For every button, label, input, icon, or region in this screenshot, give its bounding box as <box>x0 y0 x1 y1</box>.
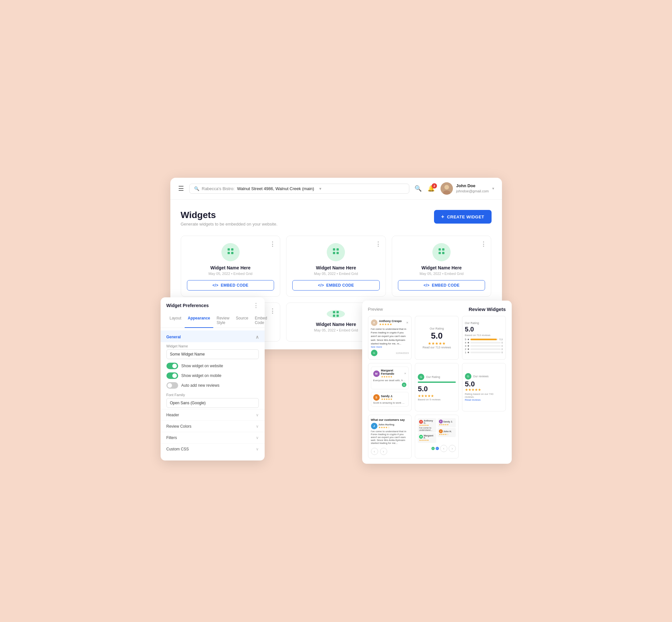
page-title: Widgets <box>181 210 278 220</box>
accordion-custom-css[interactable]: Custom CSS ∨ <box>161 443 265 455</box>
reviewer-close-1: ✕ <box>406 321 409 324</box>
create-widget-button[interactable]: + CREATE WIDGET <box>434 210 491 223</box>
tab-appearance[interactable]: Appearance <box>184 314 213 328</box>
user-chevron-icon: ▾ <box>492 186 494 191</box>
rw-card-our-reviews-circle: G Our reviews 5.0 ★★★★★ Rating based on … <box>462 363 506 411</box>
accordion-filters-chevron: ∨ <box>256 436 259 440</box>
widget-card-menu-1[interactable]: ⋮ <box>270 240 275 248</box>
user-email: johndoe@gmail.com <box>456 189 489 193</box>
customers-say-prev-btn[interactable]: ‹ <box>371 448 378 455</box>
biz-name: Rabecca's Bistro: <box>202 186 235 191</box>
location-chevron-icon[interactable]: ▾ <box>319 186 322 191</box>
multi-review-item-2: MMargaret F. ★★★★★ <box>418 433 436 443</box>
widget-name-input[interactable] <box>166 349 259 359</box>
our-rating-green-stars: ★★★★★ <box>418 394 434 398</box>
see-more-link-1[interactable]: See more <box>371 345 382 348</box>
user-menu[interactable]: John Doe johndoe@gmail.com ▾ <box>440 182 494 195</box>
svg-rect-6 <box>231 252 233 254</box>
widget-card-menu-2[interactable]: ⋮ <box>375 240 381 248</box>
mini-text-margaret: Everyone we dealt with, from sales to in… <box>373 379 407 382</box>
our-rating-green-sub: Based on 5 reviews <box>418 398 440 401</box>
our-rating-green-value: 5.0 <box>418 385 428 392</box>
tab-source[interactable]: Source <box>233 314 251 328</box>
customers-say-next-btn[interactable]: › <box>380 448 387 455</box>
customers-say-stars: ★★★★☆ <box>378 426 394 429</box>
our-rating-value-1: 5.0 <box>431 332 442 340</box>
our-rating-label-1: Our Rating <box>430 327 444 330</box>
toggle-show-mobile[interactable] <box>166 372 178 379</box>
svg-rect-4 <box>231 248 233 250</box>
mini-name-margaret: Margaret Fernando <box>381 369 403 375</box>
our-rating-sub-1: Read our 713 reviews <box>423 346 451 349</box>
our-rating-green-header: G Our Rating <box>418 374 440 380</box>
reviewer-stars-1: ★★★★★ <box>379 323 402 326</box>
widget-name-field: Widget Name <box>161 342 265 361</box>
font-family-select[interactable]: Open Sans (Google) Roboto (Google) Lato … <box>166 398 259 408</box>
multi-review-item-1: AAnthony C. ★★★★★ I've come to understan… <box>418 418 436 433</box>
widget-card-menu-4[interactable]: ⋮ <box>270 307 275 315</box>
mini-review-2: S Sandy J. ★★★★★ Scott is amazing to wor… <box>371 392 409 407</box>
widget-grid-row1: ⋮ Widget Name Here May 05, 2022 • Embed … <box>181 236 492 297</box>
multi-review-prev-btn[interactable]: ‹ <box>440 445 447 452</box>
hamburger-icon[interactable]: ☰ <box>178 184 184 193</box>
location-search-bar[interactable]: 🔍 Rabecca's Bistro: Walnut Street 4986, … <box>189 184 410 194</box>
svg-rect-13 <box>439 252 441 254</box>
toggle-auto-add[interactable] <box>166 382 178 389</box>
tab-layout[interactable]: Layout <box>166 314 184 328</box>
prefs-section-general[interactable]: General ∧ <box>161 331 265 342</box>
svg-rect-12 <box>442 248 444 250</box>
tab-embed-code[interactable]: Embed Code <box>251 314 270 328</box>
svg-rect-11 <box>439 248 441 250</box>
search-icon[interactable]: 🔍 <box>414 185 422 192</box>
widget-card-3: ⋮ Widget Name Here May 05, 2022 • Embed … <box>392 236 492 297</box>
widget-grid-icon-1 <box>227 247 234 257</box>
tab-review-style[interactable]: Review Style <box>213 314 232 328</box>
our-reviews-stars: ★★★★★ <box>465 388 481 392</box>
svg-rect-21 <box>333 315 335 317</box>
our-reviews-sub: Rating based on our 743 reviews. <box>465 392 503 399</box>
embed-code-label-1: EMBED CODE <box>221 283 248 287</box>
nav-icons: 🔍 🔔 2 John Doe johndoe@gmail.com ▾ <box>414 182 494 195</box>
embed-code-label-3: EMBED CODE <box>432 283 459 287</box>
accordion-review-colors-label: Review Colors <box>166 424 192 429</box>
embed-code-button-1[interactable]: </> EMBED CODE <box>187 280 274 290</box>
customers-say-text: I've come to understand that in Forex tr… <box>371 430 409 445</box>
toggle-show-website[interactable] <box>166 363 178 369</box>
font-family-row: Font Family Open Sans (Google) Roboto (G… <box>161 390 265 409</box>
mini-close-margaret: ✕ <box>404 372 406 375</box>
source-icon-1: G <box>371 350 377 356</box>
multi-review-next-btn[interactable]: › <box>449 445 456 452</box>
widget-card-2: ⋮ Widget Name Here May 05, 2022 • Embed … <box>286 236 386 297</box>
mini-stars-margaret: ★★★★★ <box>381 375 403 378</box>
toggle-auto-add-label: Auto add new reviews <box>181 383 220 388</box>
reviewer-avatar-1: A <box>371 319 377 326</box>
accordion-filters[interactable]: Filters ∨ <box>161 432 265 443</box>
widget-card-name-1: Widget Name Here <box>210 265 251 270</box>
preview-label: Preview <box>368 307 383 312</box>
preview-header: Preview Review Widgets <box>368 306 506 312</box>
code-icon-2: </> <box>318 283 324 287</box>
widget-card-menu-3[interactable]: ⋮ <box>480 240 486 248</box>
svg-rect-19 <box>333 311 335 313</box>
accordion-review-colors[interactable]: Review Colors ∨ <box>161 420 265 432</box>
toggle-row-mobile: Show widget on mobile <box>161 371 265 381</box>
widget-card-name-3: Widget Name Here <box>421 265 462 270</box>
prefs-tabs: Layout Appearance Review Style Source Em… <box>161 310 265 328</box>
widget-preferences-panel: Widget Preferences ⋮ Layout Appearance R… <box>161 297 265 460</box>
reviewer-name-1: Anthony Crespo <box>379 319 402 323</box>
page-subtitle: Generate widgets to be embedded on your … <box>181 221 278 227</box>
multi-source-g: G <box>431 447 435 450</box>
section-chevron-icon: ∧ <box>256 335 259 340</box>
accordion-header[interactable]: Header ∨ <box>161 409 265 420</box>
our-reviews-rating-value: 5.0 <box>465 381 475 388</box>
embed-code-button-3[interactable]: </> EMBED CODE <box>398 280 485 290</box>
read-reviews-link[interactable]: Read reviews <box>465 399 480 401</box>
user-info: John Doe johndoe@gmail.com <box>456 183 489 193</box>
customers-say-avatar: J <box>371 423 377 429</box>
multi-review-item-4: JJohn H. ★★★★☆ <box>438 428 456 437</box>
widget-card-meta-5: May 05, 2022 • Embed Grid <box>314 328 358 332</box>
biz-address: Walnut Street 4986, Walnut Creek (main) <box>237 186 314 191</box>
mini-name-sandy: Sandy J. <box>381 394 393 398</box>
prefs-menu-dots[interactable]: ⋮ <box>253 302 259 309</box>
embed-code-button-2[interactable]: </> EMBED CODE <box>292 280 380 290</box>
